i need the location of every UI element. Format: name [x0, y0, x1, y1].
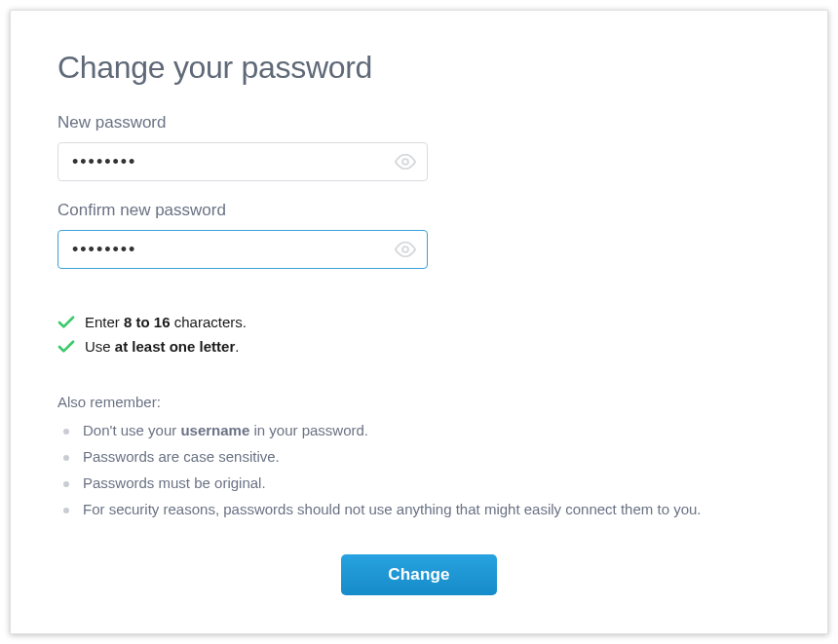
- rule-letter: Use at least one letter.: [57, 338, 781, 355]
- bullet-icon: [63, 481, 69, 487]
- rule-length: Enter 8 to 16 characters.: [57, 314, 781, 330]
- eye-icon[interactable]: [395, 154, 416, 170]
- confirm-password-input-wrap: [57, 230, 428, 269]
- tip-original: Passwords must be original.: [57, 474, 781, 491]
- password-rules: Enter 8 to 16 characters. Use at least o…: [57, 314, 781, 355]
- remember-heading: Also remember:: [57, 394, 781, 410]
- new-password-label: New password: [57, 113, 781, 133]
- confirm-password-label: Confirm new password: [57, 201, 781, 220]
- remember-section: Also remember: Don't use your username i…: [57, 394, 781, 517]
- new-password-group: New password: [57, 113, 781, 181]
- confirm-password-input[interactable]: [57, 230, 428, 269]
- eye-icon[interactable]: [395, 242, 416, 257]
- new-password-input-wrap: [57, 142, 428, 181]
- tip-case: Passwords are case sensitive.: [57, 448, 781, 465]
- svg-point-1: [402, 246, 408, 252]
- new-password-input[interactable]: [57, 142, 428, 181]
- tip-security: For security reasons, passwords should n…: [57, 501, 781, 517]
- check-icon: [57, 316, 75, 329]
- page-title: Change your password: [57, 50, 781, 86]
- change-button[interactable]: Change: [341, 554, 497, 595]
- tip-list: Don't use your username in your password…: [57, 422, 781, 517]
- bullet-icon: [63, 455, 69, 461]
- svg-point-0: [402, 159, 408, 165]
- rule-length-text: Enter 8 to 16 characters.: [85, 314, 247, 330]
- rule-letter-text: Use at least one letter.: [85, 338, 239, 355]
- check-icon: [57, 340, 75, 354]
- change-password-card: Change your password New password Confir…: [10, 10, 828, 634]
- bullet-icon: [63, 429, 69, 435]
- button-row: Change: [57, 554, 781, 595]
- bullet-icon: [63, 508, 69, 513]
- tip-username: Don't use your username in your password…: [57, 422, 781, 438]
- confirm-password-group: Confirm new password: [57, 201, 781, 269]
